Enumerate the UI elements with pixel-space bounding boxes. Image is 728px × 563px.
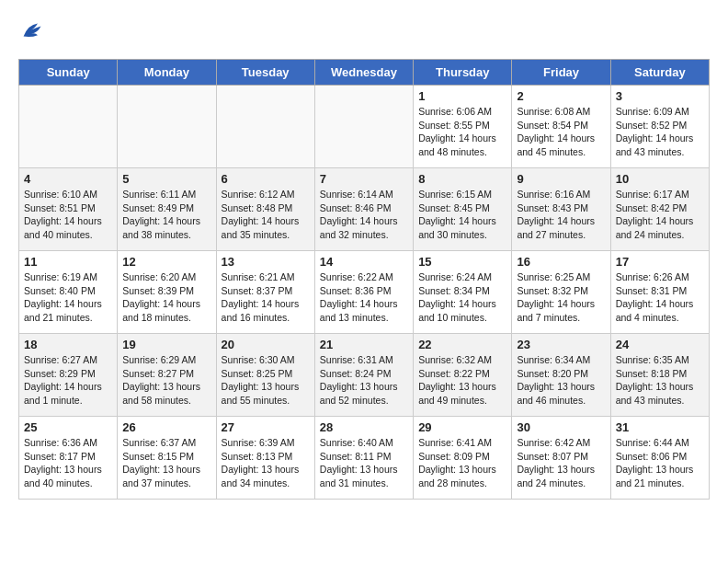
week-row: 18Sunrise: 6:27 AM Sunset: 8:29 PM Dayli… (19, 334, 710, 417)
day-number: 15 (418, 255, 506, 269)
cell-info: Sunrise: 6:42 AM Sunset: 8:07 PM Dayligh… (517, 436, 605, 490)
cell-info: Sunrise: 6:27 AM Sunset: 8:29 PM Dayligh… (24, 353, 112, 408)
cell-info: Sunrise: 6:06 AM Sunset: 8:55 PM Dayligh… (418, 105, 506, 159)
cell-info: Sunrise: 6:12 AM Sunset: 8:48 PM Dayligh… (222, 188, 310, 242)
day-number: 1 (418, 89, 506, 103)
calendar-table: SundayMondayTuesdayWednesdayThursdayFrid… (18, 59, 710, 500)
page-header (18, 18, 710, 44)
cell-info: Sunrise: 6:36 AM Sunset: 8:17 PM Dayligh… (24, 436, 112, 490)
calendar-cell: 4Sunrise: 6:10 AM Sunset: 8:51 PM Daylig… (19, 168, 118, 251)
cell-info: Sunrise: 6:19 AM Sunset: 8:40 PM Dayligh… (24, 270, 112, 325)
cell-info: Sunrise: 6:30 AM Sunset: 8:25 PM Dayligh… (222, 353, 310, 408)
calendar-cell: 14Sunrise: 6:22 AM Sunset: 8:36 PM Dayli… (314, 251, 413, 334)
calendar-cell: 31Sunrise: 6:44 AM Sunset: 8:06 PM Dayli… (610, 417, 709, 500)
calendar-cell: 15Sunrise: 6:24 AM Sunset: 8:34 PM Dayli… (414, 251, 512, 334)
cell-info: Sunrise: 6:41 AM Sunset: 8:09 PM Dayligh… (418, 436, 506, 490)
calendar-cell: 30Sunrise: 6:42 AM Sunset: 8:07 PM Dayli… (512, 417, 610, 500)
calendar-cell: 8Sunrise: 6:15 AM Sunset: 8:45 PM Daylig… (414, 168, 512, 251)
cell-info: Sunrise: 6:40 AM Sunset: 8:11 PM Dayligh… (320, 436, 408, 490)
calendar-cell: 10Sunrise: 6:17 AM Sunset: 8:42 PM Dayli… (610, 168, 709, 251)
day-number: 28 (320, 420, 408, 434)
calendar-cell: 6Sunrise: 6:12 AM Sunset: 8:48 PM Daylig… (216, 168, 314, 251)
day-number: 27 (222, 420, 310, 434)
day-number: 24 (616, 338, 704, 351)
day-number: 29 (418, 420, 506, 434)
logo-icon (18, 18, 44, 44)
week-row: 11Sunrise: 6:19 AM Sunset: 8:40 PM Dayli… (19, 251, 710, 334)
cell-info: Sunrise: 6:29 AM Sunset: 8:27 PM Dayligh… (122, 353, 210, 408)
calendar-cell (314, 86, 413, 168)
calendar-cell: 28Sunrise: 6:40 AM Sunset: 8:11 PM Dayli… (314, 417, 413, 500)
calendar-cell: 2Sunrise: 6:08 AM Sunset: 8:54 PM Daylig… (512, 86, 610, 168)
calendar-cell: 11Sunrise: 6:19 AM Sunset: 8:40 PM Dayli… (19, 251, 118, 334)
cell-info: Sunrise: 6:21 AM Sunset: 8:37 PM Dayligh… (222, 270, 310, 325)
day-number: 18 (24, 338, 112, 351)
day-header-sunday: Sunday (19, 60, 118, 86)
calendar-cell: 29Sunrise: 6:41 AM Sunset: 8:09 PM Dayli… (414, 417, 512, 500)
calendar-cell: 22Sunrise: 6:32 AM Sunset: 8:22 PM Dayli… (414, 334, 512, 417)
day-number: 11 (24, 255, 112, 269)
calendar-cell: 20Sunrise: 6:30 AM Sunset: 8:25 PM Dayli… (216, 334, 314, 417)
week-row: 4Sunrise: 6:10 AM Sunset: 8:51 PM Daylig… (19, 168, 710, 251)
day-number: 26 (122, 420, 210, 434)
calendar-cell: 23Sunrise: 6:34 AM Sunset: 8:20 PM Dayli… (512, 334, 610, 417)
day-number: 2 (517, 89, 605, 103)
day-number: 31 (616, 420, 704, 434)
cell-info: Sunrise: 6:24 AM Sunset: 8:34 PM Dayligh… (418, 270, 506, 325)
cell-info: Sunrise: 6:09 AM Sunset: 8:52 PM Dayligh… (616, 105, 704, 159)
calendar-cell: 1Sunrise: 6:06 AM Sunset: 8:55 PM Daylig… (414, 86, 512, 168)
cell-info: Sunrise: 6:10 AM Sunset: 8:51 PM Dayligh… (24, 188, 112, 242)
day-number: 20 (222, 338, 310, 351)
cell-info: Sunrise: 6:11 AM Sunset: 8:49 PM Dayligh… (122, 188, 210, 242)
week-row: 1Sunrise: 6:06 AM Sunset: 8:55 PM Daylig… (19, 86, 710, 168)
calendar-cell (216, 86, 314, 168)
day-number: 23 (517, 338, 605, 351)
calendar-cell: 21Sunrise: 6:31 AM Sunset: 8:24 PM Dayli… (314, 334, 413, 417)
day-header-wednesday: Wednesday (314, 60, 413, 86)
calendar-cell: 19Sunrise: 6:29 AM Sunset: 8:27 PM Dayli… (118, 334, 216, 417)
day-number: 17 (616, 255, 704, 269)
calendar-cell (19, 86, 118, 168)
calendar-cell: 16Sunrise: 6:25 AM Sunset: 8:32 PM Dayli… (512, 251, 610, 334)
cell-info: Sunrise: 6:44 AM Sunset: 8:06 PM Dayligh… (616, 436, 704, 490)
calendar-cell: 12Sunrise: 6:20 AM Sunset: 8:39 PM Dayli… (118, 251, 216, 334)
day-number: 30 (517, 420, 605, 434)
calendar-cell: 26Sunrise: 6:37 AM Sunset: 8:15 PM Dayli… (118, 417, 216, 500)
day-number: 4 (24, 172, 112, 186)
cell-info: Sunrise: 6:32 AM Sunset: 8:22 PM Dayligh… (418, 353, 506, 408)
week-row: 25Sunrise: 6:36 AM Sunset: 8:17 PM Dayli… (19, 417, 710, 500)
logo (18, 18, 48, 44)
cell-info: Sunrise: 6:15 AM Sunset: 8:45 PM Dayligh… (418, 188, 506, 242)
cell-info: Sunrise: 6:16 AM Sunset: 8:43 PM Dayligh… (517, 188, 605, 242)
calendar-cell: 17Sunrise: 6:26 AM Sunset: 8:31 PM Dayli… (610, 251, 709, 334)
day-number: 14 (320, 255, 408, 269)
calendar-cell: 18Sunrise: 6:27 AM Sunset: 8:29 PM Dayli… (19, 334, 118, 417)
calendar-cell: 13Sunrise: 6:21 AM Sunset: 8:37 PM Dayli… (216, 251, 314, 334)
day-number: 21 (320, 338, 408, 351)
calendar-cell: 24Sunrise: 6:35 AM Sunset: 8:18 PM Dayli… (610, 334, 709, 417)
cell-info: Sunrise: 6:39 AM Sunset: 8:13 PM Dayligh… (222, 436, 310, 490)
calendar-cell (118, 86, 216, 168)
cell-info: Sunrise: 6:34 AM Sunset: 8:20 PM Dayligh… (517, 353, 605, 408)
day-number: 9 (517, 172, 605, 186)
calendar-cell: 7Sunrise: 6:14 AM Sunset: 8:46 PM Daylig… (314, 168, 413, 251)
cell-info: Sunrise: 6:20 AM Sunset: 8:39 PM Dayligh… (122, 270, 210, 325)
day-number: 19 (122, 338, 210, 351)
cell-info: Sunrise: 6:14 AM Sunset: 8:46 PM Dayligh… (320, 188, 408, 242)
day-number: 10 (616, 172, 704, 186)
calendar-cell: 27Sunrise: 6:39 AM Sunset: 8:13 PM Dayli… (216, 417, 314, 500)
day-number: 5 (122, 172, 210, 186)
day-number: 16 (517, 255, 605, 269)
cell-info: Sunrise: 6:25 AM Sunset: 8:32 PM Dayligh… (517, 270, 605, 325)
cell-info: Sunrise: 6:08 AM Sunset: 8:54 PM Dayligh… (517, 105, 605, 159)
calendar-cell: 5Sunrise: 6:11 AM Sunset: 8:49 PM Daylig… (118, 168, 216, 251)
cell-info: Sunrise: 6:37 AM Sunset: 8:15 PM Dayligh… (122, 436, 210, 490)
day-header-thursday: Thursday (414, 60, 512, 86)
day-header-saturday: Saturday (610, 60, 709, 86)
calendar-cell: 9Sunrise: 6:16 AM Sunset: 8:43 PM Daylig… (512, 168, 610, 251)
day-header-tuesday: Tuesday (216, 60, 314, 86)
day-number: 6 (222, 172, 310, 186)
calendar-cell: 3Sunrise: 6:09 AM Sunset: 8:52 PM Daylig… (610, 86, 709, 168)
cell-info: Sunrise: 6:17 AM Sunset: 8:42 PM Dayligh… (616, 188, 704, 242)
day-number: 7 (320, 172, 408, 186)
